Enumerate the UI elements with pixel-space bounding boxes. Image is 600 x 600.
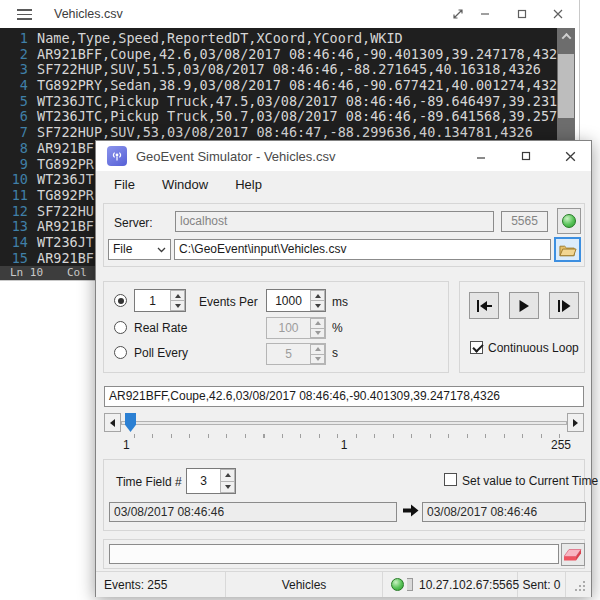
- source-type-dropdown[interactable]: File: [108, 239, 171, 260]
- simulator-titlebar: GeoEvent Simulator - Vehicles.csv: [96, 141, 591, 171]
- simulator-title: GeoEvent Simulator - Vehicles.csv: [136, 149, 335, 164]
- line-number: 4: [0, 78, 28, 94]
- spinner-down-icon[interactable]: [220, 482, 235, 494]
- line-text: WT236JTC,Pickup Truck,47.5,03/08/2017 08…: [28, 94, 557, 110]
- geoevent-app-icon: [107, 146, 127, 166]
- close-icon[interactable]: [548, 141, 593, 171]
- browse-button[interactable]: [554, 237, 581, 262]
- line-text: TG892PR: [28, 188, 94, 204]
- skip-to-start-icon: [477, 300, 492, 312]
- line-text: SF722HUP,SUV,53,03/08/2017 08:46:47,-88.…: [28, 125, 533, 141]
- line-number: 8: [0, 141, 28, 157]
- event-position-slider[interactable]: [104, 413, 584, 432]
- close-icon[interactable]: [547, 4, 569, 24]
- menubar: File Window Help: [96, 171, 591, 198]
- time-group: Time Field # 3 Set value to Current Time…: [103, 459, 585, 531]
- line-number: 14: [0, 235, 28, 251]
- connection-address: 10.27.102.67:5565: [419, 578, 519, 592]
- message-field[interactable]: [109, 544, 559, 564]
- continuous-loop-label: Continuous Loop: [488, 341, 579, 355]
- slider-track[interactable]: [121, 421, 567, 425]
- percent-unit-label: %: [332, 321, 343, 335]
- editor-line: 7SF722HUP,SUV,53,03/08/2017 08:46:47,-88…: [0, 125, 557, 141]
- spinner-down-icon[interactable]: [310, 301, 325, 311]
- spinner-up-icon[interactable]: [220, 469, 235, 482]
- scrollbar-thumb[interactable]: [558, 54, 574, 118]
- continuous-loop-checkbox[interactable]: [470, 341, 483, 354]
- playback-group: Continuous Loop: [459, 281, 585, 373]
- menu-help[interactable]: Help: [235, 177, 262, 192]
- spinner-up-icon[interactable]: [310, 318, 325, 329]
- spinner-up-icon[interactable]: [310, 344, 325, 355]
- resize-grip[interactable]: [575, 581, 577, 583]
- time-from-field[interactable]: 03/08/2017 08:46:46: [109, 502, 397, 522]
- line-text: TG892PR: [28, 157, 94, 173]
- skip-to-start-button[interactable]: [469, 292, 499, 319]
- expand-icon[interactable]: [447, 4, 469, 24]
- connection-frame: [407, 578, 413, 591]
- line-text: SF722HU: [28, 204, 94, 220]
- editor-titlebar: Vehicles.csv: [0, 0, 579, 28]
- line-number: 6: [0, 109, 28, 125]
- line-number: 9: [0, 157, 28, 173]
- slider-left-arrow[interactable]: [104, 413, 121, 432]
- set-current-time-checkbox[interactable]: [444, 473, 457, 486]
- spinner-down-icon[interactable]: [310, 355, 325, 365]
- real-rate-radio[interactable]: [114, 321, 127, 334]
- spinner-up-icon[interactable]: [170, 290, 185, 301]
- menu-file[interactable]: File: [114, 177, 135, 192]
- minimize-icon[interactable]: [474, 4, 496, 24]
- column-indicator: Col: [67, 266, 87, 280]
- slider-thumb[interactable]: [125, 413, 136, 432]
- scroll-up-icon[interactable]: [557, 28, 575, 44]
- line-text: AR921BF: [28, 219, 94, 235]
- ms-unit-label: ms: [332, 295, 348, 309]
- line-number: 1: [0, 31, 28, 47]
- time-field-label: Time Field #: [116, 475, 182, 489]
- line-text: SF722HUP,SUV,51.5,03/08/2017 08:46:46,-8…: [28, 62, 541, 78]
- connect-button[interactable]: [557, 208, 581, 234]
- minimize-icon[interactable]: [458, 141, 503, 171]
- time-to-field[interactable]: 03/08/2017 08:46:46: [422, 502, 586, 522]
- interval-spinner[interactable]: 1000: [266, 289, 326, 312]
- poll-every-radio[interactable]: [114, 346, 127, 359]
- clear-button[interactable]: [561, 543, 585, 566]
- step-forward-icon: [557, 300, 571, 312]
- spinner-down-icon[interactable]: [310, 329, 325, 339]
- poll-spinner[interactable]: 5: [266, 343, 326, 365]
- step-forward-button[interactable]: [549, 292, 579, 319]
- events-count: Events: 255: [104, 578, 167, 592]
- server-port-field[interactable]: 5565: [501, 211, 548, 232]
- file-path-field[interactable]: C:\GeoEvent\input\Vehicles.csv: [174, 239, 551, 260]
- line-number: 11: [0, 188, 28, 204]
- time-field-spinner[interactable]: 3: [186, 468, 236, 494]
- layer-name: Vehicles: [282, 578, 327, 592]
- seconds-unit-label: s: [332, 346, 338, 360]
- spinner-down-icon[interactable]: [170, 301, 185, 311]
- real-rate-spinner[interactable]: 100: [266, 317, 326, 339]
- editor-line: 3SF722HUP,SUV,51.5,03/08/2017 08:46:46,-…: [0, 62, 557, 78]
- chevron-down-icon: [157, 247, 166, 253]
- slider-max-label: 255: [526, 438, 571, 452]
- real-rate-label: Real Rate: [134, 321, 187, 335]
- hamburger-menu-icon[interactable]: [17, 9, 32, 20]
- layer-name-cell: Vehicles: [226, 572, 383, 597]
- editor-title: Vehicles.csv: [54, 7, 123, 21]
- connection-cell: 10.27.102.67:5565: [383, 572, 518, 597]
- play-button[interactable]: [509, 292, 539, 319]
- current-event-field[interactable]: AR921BFF,Coupe,42.6,03/08/2017 08:46:46,…: [104, 386, 584, 407]
- spinner-up-icon[interactable]: [310, 290, 325, 301]
- simulator-window: GeoEvent Simulator - Vehicles.csv File W…: [95, 140, 592, 597]
- line-number: 2: [0, 47, 28, 63]
- line-number: 3: [0, 62, 28, 78]
- maximize-icon[interactable]: [503, 141, 548, 171]
- events-count-spinner[interactable]: 1: [134, 289, 186, 312]
- server-host-field[interactable]: localhost: [175, 211, 494, 232]
- slider-right-arrow[interactable]: [567, 413, 584, 432]
- line-number: 5: [0, 94, 28, 110]
- menu-window[interactable]: Window: [162, 177, 208, 192]
- line-text: AR921BF: [28, 141, 94, 157]
- editor-line: 1Name,Type,Speed,ReportedDT,XCoord,YCoor…: [0, 31, 557, 47]
- events-per-radio[interactable]: [114, 294, 127, 307]
- maximize-icon[interactable]: [511, 4, 533, 24]
